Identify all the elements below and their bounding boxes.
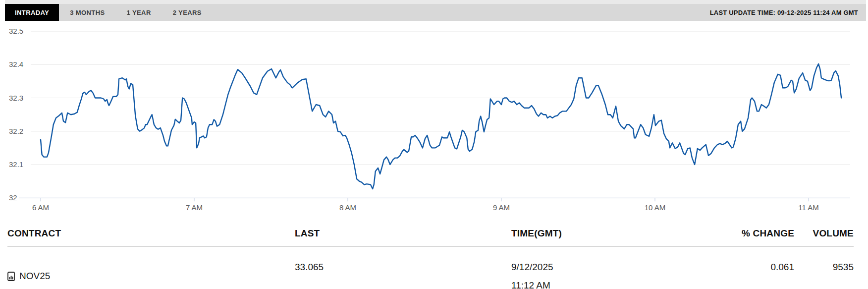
y-axis-label: 32.3 [9,94,23,102]
last-price: 33.065 [295,260,511,289]
table-row: NOV2533.0659/12/202511:12 AM0.0619535 [0,247,868,289]
column-header-pct_change: % CHANGE [709,228,794,239]
x-axis-label: 11 AM [798,203,818,212]
x-axis-label: 9 AM [493,203,510,212]
column-header-volume: VOLUME [794,228,854,239]
futures-intraday-widget: INTRADAY3 MONTHS1 YEAR2 YEARS LAST UPDAT… [0,0,868,289]
y-axis-label: 32.4 [9,60,23,68]
contract-cell: NOV25 [7,260,295,289]
time-range-tab-bar: INTRADAY3 MONTHS1 YEAR2 YEARS LAST UPDAT… [5,4,866,21]
tab-intraday[interactable]: INTRADAY [5,4,59,21]
x-axis-label: 8 AM [339,203,356,212]
top-strip [5,0,866,4]
table-header-row: CONTRACTLASTTIME(GMT)% CHANGEVOLUME [0,228,868,239]
tab-1-year[interactable]: 1 YEAR [116,4,162,21]
chart-file-icon[interactable] [7,272,15,281]
y-axis-label: 32.5 [9,27,23,35]
column-header-time: TIME(GMT) [511,228,709,239]
contract-name: NOV25 [19,269,50,283]
column-header-last: LAST [295,228,511,239]
trade-clock: 11:12 AM [511,279,709,289]
table-body: NOV2533.0659/12/202511:12 AM0.0619535 [0,247,868,289]
y-axis-label: 32 [9,193,17,202]
intraday-price-chart[interactable]: 32.532.432.332.232.1326 AM7 AM8 AM9 AM10… [0,21,868,217]
trade-date: 9/12/2025 [511,260,709,274]
volume: 9535 [794,260,854,289]
tab-2-years[interactable]: 2 YEARS [162,4,213,21]
price-line-series [41,64,841,189]
time-range-tabs: INTRADAY3 MONTHS1 YEAR2 YEARS [5,4,213,21]
y-axis-label: 32.1 [9,160,23,169]
column-header-contract: CONTRACT [7,228,295,239]
contracts-table: CONTRACTLASTTIME(GMT)% CHANGEVOLUME NOV2… [0,228,868,289]
trade-time: 9/12/202511:12 AM [511,260,709,289]
last-update-time: LAST UPDATE TIME: 09-12-2025 11:24 AM GM… [710,4,858,21]
x-axis-label: 7 AM [186,203,203,212]
percent-change: 0.061 [709,260,794,289]
y-axis-label: 32.2 [9,127,23,135]
x-axis-label: 6 AM [32,203,49,212]
tab-3-months[interactable]: 3 MONTHS [59,4,115,21]
x-axis-label: 10 AM [645,203,666,212]
